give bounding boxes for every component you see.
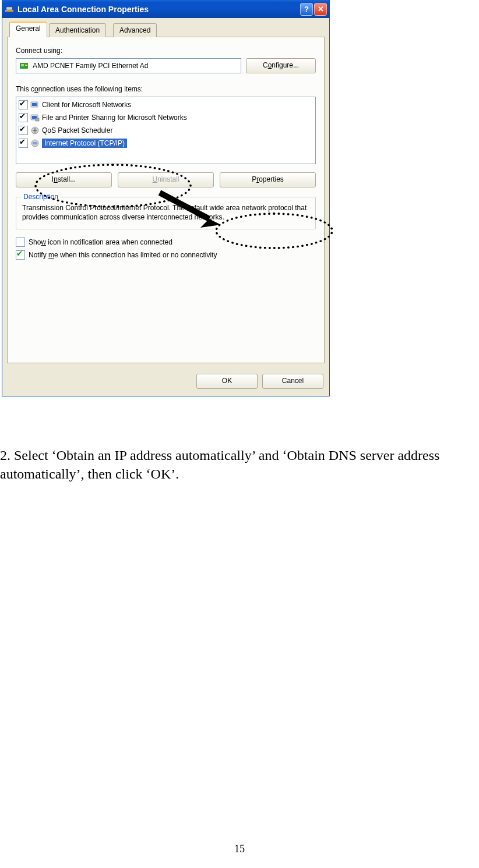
tabs-strip: General Authentication Advanced	[7, 23, 325, 37]
svg-rect-4	[25, 65, 27, 66]
item-label: QoS Packet Scheduler	[42, 126, 112, 134]
checkbox-icon[interactable]	[19, 113, 28, 122]
uninstall-button[interactable]: Uninstall	[118, 172, 214, 187]
titlebar[interactable]: Local Area Connection Properties ? ✕	[2, 1, 329, 18]
item-label: Client for Microsoft Networks	[42, 101, 131, 109]
properties-button[interactable]: Properties	[220, 172, 316, 187]
description-legend: Description	[21, 193, 61, 201]
notify-label: Notify me when this connection has limit…	[29, 251, 217, 259]
ok-button[interactable]: OK	[196, 374, 258, 389]
help-button[interactable]: ?	[300, 3, 313, 16]
qos-icon	[30, 126, 40, 135]
checkbox-icon[interactable]	[16, 250, 25, 260]
install-button[interactable]: Install...	[16, 172, 112, 187]
network-properties-icon	[5, 5, 14, 14]
file-printer-icon	[30, 113, 40, 122]
description-text: Transmission Control Protocol/Internet P…	[22, 203, 309, 222]
notify-option[interactable]: Notify me when this connection has limit…	[16, 250, 316, 260]
svg-rect-0	[5, 10, 13, 12]
list-item[interactable]: File and Printer Sharing for Microsoft N…	[19, 111, 313, 124]
checkbox-icon[interactable]	[19, 100, 28, 109]
show-icon-option[interactable]: Show icon in notification area when conn…	[16, 238, 316, 247]
window-title: Local Area Connection Properties	[17, 5, 300, 14]
nic-icon	[20, 62, 29, 70]
list-item[interactable]: QoS Packet Scheduler	[19, 124, 313, 137]
dialog-footer: OK Cancel	[2, 368, 329, 396]
connection-properties-dialog: Local Area Connection Properties ? ✕ Gen…	[2, 0, 330, 396]
configure-button[interactable]: Configure...	[246, 58, 316, 73]
svg-rect-12	[33, 142, 37, 144]
tab-authentication[interactable]: Authentication	[49, 23, 106, 37]
svg-rect-9	[36, 118, 39, 121]
adapter-name: AMD PCNET Family PCI Ethernet Ad	[33, 62, 149, 70]
item-label-selected: Internet Protocol (TCP/IP)	[42, 139, 127, 148]
list-item[interactable]: Internet Protocol (TCP/IP)	[19, 137, 313, 150]
tab-general[interactable]: General	[9, 22, 47, 37]
svg-rect-1	[6, 7, 12, 10]
adapter-field[interactable]: AMD PCNET Family PCI Ethernet Ad	[16, 58, 241, 73]
client-service-icon	[30, 100, 40, 109]
list-item[interactable]: Client for Microsoft Networks	[19, 98, 313, 111]
svg-rect-6	[32, 103, 37, 106]
cancel-button[interactable]: Cancel	[262, 374, 323, 389]
connect-using-label: Connect using:	[16, 47, 316, 55]
svg-rect-3	[21, 64, 24, 66]
item-label: File and Printer Sharing for Microsoft N…	[42, 114, 187, 122]
checkbox-icon[interactable]	[19, 139, 28, 148]
close-button[interactable]: ✕	[314, 3, 327, 16]
checkbox-icon[interactable]	[19, 126, 28, 135]
checkbox-icon[interactable]	[16, 238, 25, 247]
description-group: Description Transmission Control Protoco…	[16, 197, 316, 229]
show-icon-label: Show icon in notification area when conn…	[29, 238, 172, 246]
items-list[interactable]: Client for Microsoft Networks File and P…	[16, 97, 316, 164]
tab-advanced[interactable]: Advanced	[113, 23, 157, 37]
page-number: 15	[0, 843, 479, 855]
tab-panel-general: Connect using: AMD PCNET Family PCI Ethe…	[7, 37, 325, 363]
items-label: This connection uses the following items…	[16, 85, 316, 93]
instruction-text: 2. Select ‘Obtain an IP address automati…	[0, 446, 479, 484]
tcpip-icon	[30, 139, 40, 148]
